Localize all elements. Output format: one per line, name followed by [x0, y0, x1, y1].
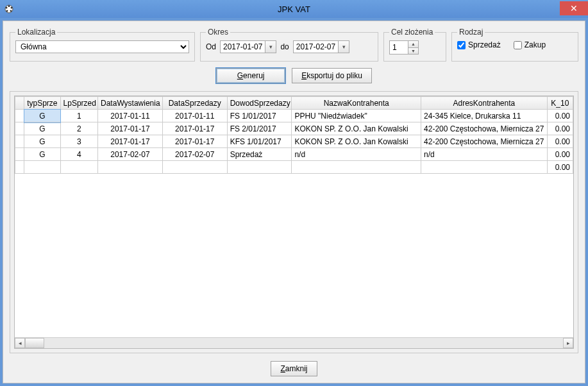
spinner-up-icon[interactable]: ▲ [408, 41, 418, 48]
rodzaj-label: Rodzaj [457, 28, 485, 37]
cell-ak[interactable]: 24-345 Kielce, Drukarska 11 [421, 110, 548, 122]
row-handle[interactable] [15, 122, 24, 135]
date-to[interactable]: 2017-02-07 ▾ [293, 40, 349, 53]
cell-typ[interactable]: G [24, 122, 60, 135]
svg-point-4 [6, 10, 8, 12]
okres-group: Okres Od 2017-01-07 ▾ do 2017-02-07 ▾ [200, 28, 378, 62]
table-row[interactable]: G 4 2017-02-07 2017-02-07 Sprzedaż n/d n… [15, 148, 573, 161]
col-k10[interactable]: K_10 [547, 97, 573, 110]
sprzedaz-checkbox-label: Sprzedaż [468, 40, 501, 49]
col-nk[interactable]: NazwaKontrahenta [292, 97, 421, 110]
row-handle[interactable] [15, 148, 24, 161]
bottom-row: Zamknij [10, 361, 578, 376]
scroll-thumb[interactable] [25, 338, 44, 348]
rodzaj-group: Rodzaj Sprzedaż Zakup [451, 28, 578, 62]
close-button[interactable]: ✕ [560, 1, 588, 15]
date-to-value: 2017-02-07 [294, 42, 338, 51]
sprzedaz-checkbox-input[interactable] [457, 41, 466, 49]
jpk-vat-window: JPK VAT ✕ Lokalizacja Główna Okres Od 20… [0, 0, 588, 386]
svg-point-1 [8, 5, 10, 7]
cell-lp[interactable]: 3 [60, 135, 97, 148]
col-typ[interactable]: typSprze [24, 97, 60, 110]
eksportuj-button[interactable]: Eksportuj do pliku [292, 68, 372, 83]
date-from-value: 2017-01-07 [221, 42, 265, 51]
cell-ds[interactable]: 2017-01-17 [162, 122, 227, 135]
grid[interactable]: typSprze LpSprzed DataWystawienia DataSp… [14, 96, 574, 349]
svg-point-5 [6, 7, 8, 9]
cell-lp[interactable]: 1 [60, 110, 97, 122]
cell-k10-sum[interactable]: 0.00 [547, 161, 573, 174]
cell-k10[interactable]: 0.00 [547, 110, 573, 122]
col-lp[interactable]: LpSprzed [60, 97, 97, 110]
row-handle[interactable] [15, 161, 24, 174]
cell-dw[interactable]: 2017-01-11 [98, 110, 163, 122]
okres-label: Okres [206, 28, 230, 37]
svg-point-2 [11, 7, 13, 9]
cel-input[interactable] [390, 41, 408, 54]
cell-nk[interactable]: KOKON SP. Z O.O. Jan Kowalski [292, 122, 421, 135]
cell-ak[interactable]: n/d [421, 148, 548, 161]
row-handle-header[interactable] [15, 97, 24, 110]
cell-dow[interactable]: FS 2/01/2017 [227, 122, 292, 135]
cell-nk[interactable]: PPHU "Niedźwiadek" [292, 110, 421, 122]
table-row[interactable]: G 2 2017-01-17 2017-01-17 FS 2/01/2017 K… [15, 122, 573, 135]
cell-dow[interactable]: FS 1/01/2017 [227, 110, 292, 122]
scroll-right-icon[interactable]: ▸ [563, 338, 573, 348]
cell-typ[interactable]: G [24, 110, 60, 122]
do-label: do [280, 42, 289, 51]
cell-lp[interactable]: 4 [60, 148, 97, 161]
titlebar: JPK VAT ✕ [0, 0, 588, 18]
cell-ds[interactable]: 2017-02-07 [162, 148, 227, 161]
date-from[interactable]: 2017-01-07 ▾ [220, 40, 276, 53]
col-ak[interactable]: AdresKontrahenta [421, 97, 548, 110]
lokalizacja-select[interactable]: Główna [15, 40, 189, 53]
horizontal-scrollbar[interactable]: ◂ ▸ [15, 337, 573, 348]
col-ds[interactable]: DataSprzedazy [162, 97, 227, 110]
col-dow[interactable]: DowodSprzedazy [227, 97, 292, 110]
cel-spinner[interactable]: ▲ ▼ [389, 40, 419, 55]
zakup-checkbox-label: Zakup [525, 40, 546, 49]
cell-dw[interactable]: 2017-01-17 [98, 135, 163, 148]
zamknij-button[interactable]: Zamknij [271, 361, 317, 376]
od-label: Od [206, 42, 216, 51]
generuj-button[interactable]: Generuj [216, 68, 285, 83]
lokalizacja-group: Lokalizacja Główna [10, 28, 195, 62]
cell-ds[interactable]: 2017-01-11 [162, 110, 227, 122]
cell-k10[interactable]: 0.00 [547, 135, 573, 148]
cell-dw[interactable]: 2017-01-17 [98, 122, 163, 135]
app-icon [4, 4, 14, 14]
summary-row[interactable]: 0.00 [15, 161, 573, 174]
table-row[interactable]: G 3 2017-01-17 2017-01-17 KFS 1/01/2017 … [15, 135, 573, 148]
cell-nk[interactable]: KOKON SP. Z O.O. Jan Kowalski [292, 135, 421, 148]
filters-row: Lokalizacja Główna Okres Od 2017-01-07 ▾… [10, 28, 578, 62]
cell-nk[interactable]: n/d [292, 148, 421, 161]
cell-ak[interactable]: 42-200 Częstochowa, Miernicza 27 [421, 135, 548, 148]
cell-dw[interactable]: 2017-02-07 [98, 148, 163, 161]
row-handle[interactable] [15, 110, 24, 122]
grid-header-row: typSprze LpSprzed DataWystawienia DataSp… [15, 97, 573, 110]
sprzedaz-checkbox[interactable]: Sprzedaż [457, 40, 501, 49]
scroll-left-icon[interactable]: ◂ [15, 338, 25, 348]
cell-ak[interactable]: 42-200 Częstochowa, Miernicza 27 [421, 122, 548, 135]
cell-dow[interactable]: Sprzedaż [227, 148, 292, 161]
cell-ds[interactable]: 2017-01-17 [162, 135, 227, 148]
spinner-down-icon[interactable]: ▼ [408, 48, 418, 55]
cell-typ[interactable]: G [24, 148, 60, 161]
cell-dow[interactable]: KFS 1/01/2017 [227, 135, 292, 148]
zakup-checkbox-input[interactable] [514, 41, 522, 49]
action-row: Generuj Eksportuj do pliku [10, 68, 578, 83]
grid-empty-area [15, 174, 573, 337]
grid-table[interactable]: typSprze LpSprzed DataWystawienia DataSp… [15, 96, 573, 174]
cell-typ[interactable]: G [24, 135, 60, 148]
cell-k10[interactable]: 0.00 [547, 148, 573, 161]
row-handle[interactable] [15, 135, 24, 148]
table-row[interactable]: G 1 2017-01-11 2017-01-11 FS 1/01/2017 P… [15, 110, 573, 122]
scroll-track[interactable] [25, 338, 563, 348]
cell-lp[interactable]: 2 [60, 122, 97, 135]
cell-k10[interactable]: 0.00 [547, 122, 573, 135]
client-area: Lokalizacja Główna Okres Od 2017-01-07 ▾… [3, 21, 585, 383]
zakup-checkbox[interactable]: Zakup [514, 40, 546, 49]
chevron-down-icon: ▾ [265, 41, 276, 53]
col-dw[interactable]: DataWystawienia [98, 97, 163, 110]
window-title: JPK VAT [0, 4, 588, 14]
